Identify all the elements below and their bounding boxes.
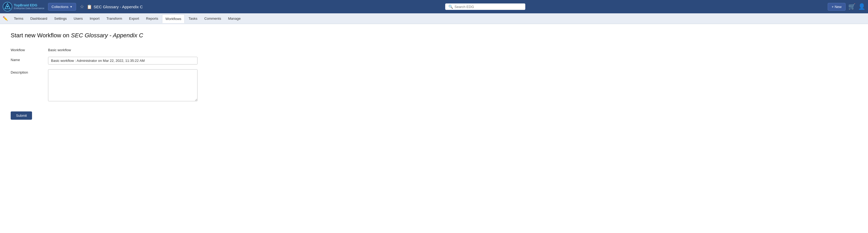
- user-icon[interactable]: 👤: [858, 3, 865, 10]
- nav-item-import[interactable]: Import: [87, 14, 103, 23]
- workflow-row: Workflow Basic workflow: [11, 47, 197, 52]
- workflow-label: Workflow: [11, 47, 43, 52]
- nav-item-workflows[interactable]: Workflows: [162, 14, 185, 23]
- header-right: + New 🛒 👤: [828, 3, 865, 11]
- breadcrumb-title: SEC Glossary - Appendix C: [94, 4, 143, 9]
- topbraid-logo-icon: [3, 2, 12, 11]
- form-section: Workflow Basic workflow Name Description…: [11, 47, 197, 120]
- page-title-prefix: Start new Workflow on: [11, 32, 71, 39]
- nav-item-transform[interactable]: Transform: [103, 14, 125, 23]
- page-title-em: SEC Glossary - Appendix C: [71, 32, 143, 39]
- star-icon[interactable]: ☆: [80, 4, 84, 10]
- nav-item-manage[interactable]: Manage: [225, 14, 244, 23]
- sub-nav: ✏️ Terms Dashboard Settings Users Import…: [0, 13, 868, 24]
- description-label: Description: [11, 69, 43, 74]
- name-input[interactable]: [48, 57, 197, 65]
- document-icon: 📋: [87, 4, 92, 9]
- search-input[interactable]: [455, 5, 522, 9]
- nav-item-comments[interactable]: Comments: [201, 14, 224, 23]
- nav-item-users[interactable]: Users: [70, 14, 86, 23]
- logo-subtitle: Enterprise Data Governance: [14, 7, 44, 10]
- nav-item-settings[interactable]: Settings: [51, 14, 70, 23]
- new-button-label: + New: [832, 5, 842, 9]
- submit-label: Submit: [16, 113, 27, 118]
- logo-text-area: TopBraid EDG Enterprise Data Governance: [14, 3, 44, 10]
- breadcrumb: 📋 SEC Glossary - Appendix C: [87, 4, 143, 9]
- collections-button[interactable]: Collections ▼: [48, 3, 76, 11]
- logo-title: TopBraid EDG: [14, 3, 44, 7]
- nav-item-tasks[interactable]: Tasks: [185, 14, 200, 23]
- nav-item-export[interactable]: Export: [126, 14, 143, 23]
- chevron-down-icon: ▼: [70, 5, 72, 8]
- description-row: Description: [11, 69, 197, 101]
- edit-icon[interactable]: ✏️: [3, 16, 8, 21]
- page-title: Start new Workflow on SEC Glossary - App…: [11, 32, 857, 39]
- search-icon: 🔍: [448, 4, 453, 9]
- nav-item-reports[interactable]: Reports: [143, 14, 161, 23]
- top-header: TopBraid EDG Enterprise Data Governance …: [0, 0, 868, 13]
- svg-point-3: [7, 6, 8, 7]
- main-content: Start new Workflow on SEC Glossary - App…: [0, 24, 868, 128]
- new-button[interactable]: + New: [828, 3, 845, 11]
- description-textarea[interactable]: [48, 69, 197, 101]
- search-box: 🔍: [445, 3, 525, 10]
- cart-icon[interactable]: 🛒: [848, 3, 856, 10]
- nav-item-terms[interactable]: Terms: [11, 14, 26, 23]
- name-row: Name: [11, 57, 197, 65]
- submit-button[interactable]: Submit: [11, 111, 32, 120]
- logo-area: TopBraid EDG Enterprise Data Governance: [3, 2, 45, 11]
- workflow-value: Basic workflow: [48, 47, 71, 52]
- name-label: Name: [11, 57, 43, 62]
- collections-label: Collections: [52, 5, 69, 9]
- search-area: 🔍: [151, 3, 820, 10]
- nav-item-dashboard[interactable]: Dashboard: [27, 14, 51, 23]
